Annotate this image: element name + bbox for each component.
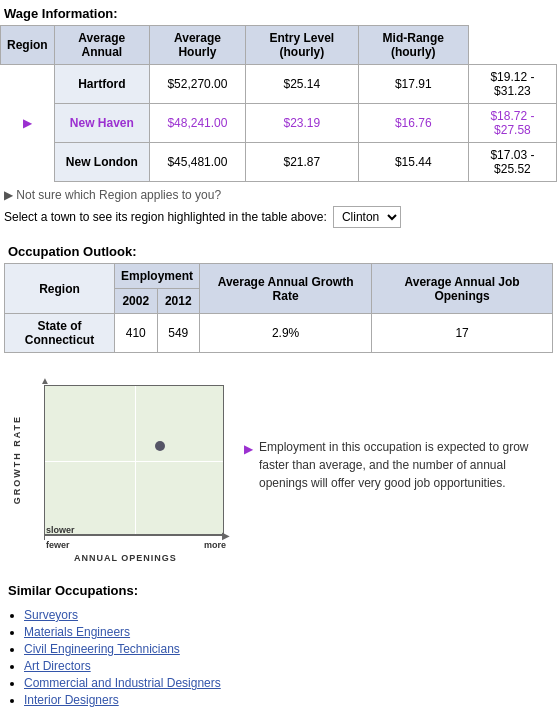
annual-openings-label: ANNUAL OPENINGS xyxy=(74,553,177,563)
chart-h-line xyxy=(45,461,223,462)
outlook-row: State of Connecticut4105492.9%17 xyxy=(5,314,553,353)
hourly-cell: $21.87 xyxy=(245,143,358,182)
outlook-year2: 2012 xyxy=(157,289,200,314)
wage-row: Hartford$52,270.00$25.14$17.91$19.12 - $… xyxy=(1,65,557,104)
similar-item-link[interactable]: Interior Designers xyxy=(24,693,119,707)
description-text: Employment in this occupation is expecte… xyxy=(259,438,553,492)
chart-description: ▶ Employment in this occupation is expec… xyxy=(244,438,553,492)
row-arrow xyxy=(1,143,55,182)
more-label: more xyxy=(204,540,226,550)
region-select-area: ▶ Not sure which Region applies to you? … xyxy=(0,182,557,234)
wage-header-entry: Entry Level (hourly) xyxy=(245,26,358,65)
slower-label: slower xyxy=(46,525,75,535)
similar-item-link[interactable]: Art Directors xyxy=(24,659,91,673)
region-select-row: Select a town to see its region highligh… xyxy=(4,206,553,228)
wage-header-hourly: Average Hourly xyxy=(149,26,245,65)
chart-v-line xyxy=(135,386,136,534)
hint-text: Not sure which Region applies to you? xyxy=(16,188,221,202)
outlook-header-openings: Average Annual Job Openings xyxy=(372,264,553,314)
outlook-header-employment: Employment xyxy=(115,264,200,289)
similar-item: Materials Engineers xyxy=(24,625,553,639)
outlook-title: Occupation Outlook: xyxy=(4,238,553,263)
region-cell: New Haven xyxy=(54,104,149,143)
chart-description-inner: ▶ Employment in this occupation is expec… xyxy=(244,438,553,492)
similar-item-link[interactable]: Commercial and Industrial Designers xyxy=(24,676,221,690)
chart-area: ▲ GROWTH RATE faster slower ▶ fewer more… xyxy=(0,357,557,573)
similar-item-link[interactable]: Civil Engineering Technicians xyxy=(24,642,180,656)
description-bullet: ▶ xyxy=(244,440,253,458)
similar-item: Commercial and Industrial Designers xyxy=(24,676,553,690)
outlook-openings: 17 xyxy=(372,314,553,353)
region-cell: Hartford xyxy=(54,65,149,104)
outlook-region: State of Connecticut xyxy=(5,314,115,353)
growth-rate-label: GROWTH RATE xyxy=(12,385,22,535)
similar-item-link[interactable]: Surveyors xyxy=(24,608,78,622)
annual-cell: $48,241.00 xyxy=(149,104,245,143)
entry-cell: $15.44 xyxy=(358,143,468,182)
outlook-table: Region Employment Average Annual Growth … xyxy=(4,263,553,353)
wage-table: Region Average Annual Average Hourly Ent… xyxy=(0,25,557,182)
wage-row: New London$45,481.00$21.87$15.44$17.03 -… xyxy=(1,143,557,182)
similar-item: Surveyors xyxy=(24,608,553,622)
similar-item-link[interactable]: Materials Engineers xyxy=(24,625,130,639)
annual-cell: $52,270.00 xyxy=(149,65,245,104)
wage-section: Wage Information: Region Average Annual … xyxy=(0,0,557,182)
outlook-growth: 2.9% xyxy=(200,314,372,353)
wage-row: ▶New Haven$48,241.00$23.19$16.76$18.72 -… xyxy=(1,104,557,143)
outlook-section: Occupation Outlook: Region Employment Av… xyxy=(0,234,557,357)
similar-item: Art Directors xyxy=(24,659,553,673)
entry-cell: $17.91 xyxy=(358,65,468,104)
region-cell: New London xyxy=(54,143,149,182)
similar-title: Similar Occupations: xyxy=(4,577,553,602)
wage-title: Wage Information: xyxy=(0,0,557,25)
fewer-label: fewer xyxy=(46,540,70,550)
midrange-cell: $18.72 - $27.58 xyxy=(468,104,556,143)
x-axis-line xyxy=(44,535,224,536)
row-arrow: ▶ xyxy=(1,104,55,143)
similar-item: Civil Engineering Technicians xyxy=(24,642,553,656)
midrange-cell: $17.03 - $25.52 xyxy=(468,143,556,182)
chart-dot xyxy=(155,441,165,451)
wage-header-region: Region xyxy=(1,26,55,65)
outlook-emp2002: 410 xyxy=(115,314,158,353)
hint-arrow: ▶ xyxy=(4,188,13,202)
region-dropdown[interactable]: Clinton xyxy=(333,206,401,228)
midrange-cell: $19.12 - $31.23 xyxy=(468,65,556,104)
similar-item: Interior Designers xyxy=(24,693,553,707)
annual-cell: $45,481.00 xyxy=(149,143,245,182)
chart-box xyxy=(44,385,224,535)
chart-container: ▲ GROWTH RATE faster slower ▶ fewer more… xyxy=(4,365,234,565)
row-arrow xyxy=(1,65,55,104)
region-select-label: Select a town to see its region highligh… xyxy=(4,210,327,224)
hourly-cell: $23.19 xyxy=(245,104,358,143)
hourly-cell: $25.14 xyxy=(245,65,358,104)
outlook-emp2012: 549 xyxy=(157,314,200,353)
wage-header-midrange: Mid-Range (hourly) xyxy=(358,26,468,65)
similar-list: SurveyorsMaterials EngineersCivil Engine… xyxy=(4,608,553,707)
similar-section: Similar Occupations: SurveyorsMaterials … xyxy=(0,573,557,714)
outlook-header-growth: Average Annual Growth Rate xyxy=(200,264,372,314)
region-hint: ▶ Not sure which Region applies to you? xyxy=(4,188,553,202)
outlook-header-region: Region xyxy=(5,264,115,314)
entry-cell: $16.76 xyxy=(358,104,468,143)
outlook-year1: 2002 xyxy=(115,289,158,314)
wage-header-annual: Average Annual xyxy=(54,26,149,65)
